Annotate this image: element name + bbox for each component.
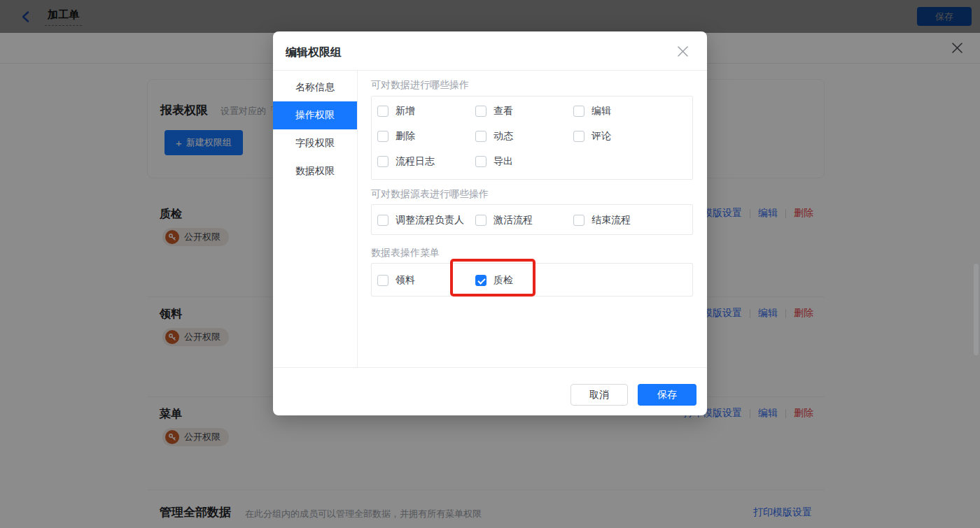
modal-sidebar-divider (357, 71, 358, 367)
tab-字段权限[interactable]: 字段权限 (273, 129, 357, 157)
checkbox-group-box: 领料质检 (371, 263, 693, 297)
cancel-button[interactable]: 取消 (570, 384, 628, 406)
checkbox-group-box: 新增查看编辑删除动态评论流程日志导出 (371, 96, 693, 180)
checkbox-label: 动态 (493, 130, 513, 143)
modal-body: 可对数据进行哪些操作新增查看编辑删除动态评论流程日志导出可对数据源表进行哪些操作… (371, 71, 693, 367)
checkbox-label: 评论 (592, 130, 611, 143)
modal-tab-list: 名称信息操作权限字段权限数据权限 (273, 73, 357, 185)
checkbox-label: 结束流程 (592, 214, 631, 227)
checkbox-item-激活流程[interactable]: 激活流程 (475, 214, 533, 227)
modal-title: 编辑权限组 (286, 45, 342, 60)
checkbox-item-动态[interactable]: 动态 (475, 130, 513, 143)
checkbox-group-box: 调整流程负责人激活流程结束流程 (371, 204, 693, 235)
checkbox-unchecked-icon[interactable] (475, 156, 486, 167)
checkbox-label: 删除 (396, 130, 415, 143)
checkbox-label: 调整流程负责人 (396, 214, 464, 227)
scrollbar-thumb[interactable] (974, 264, 979, 355)
save-button[interactable]: 保存 (638, 384, 696, 406)
checkbox-unchecked-icon[interactable] (377, 215, 388, 226)
section-title: 可对数据进行哪些操作 (371, 79, 469, 92)
checkbox-label: 编辑 (592, 105, 611, 117)
checkbox-item-导出[interactable]: 导出 (475, 155, 513, 168)
checkbox-unchecked-icon[interactable] (573, 215, 584, 226)
modal-footer: 取消 保存 (273, 368, 707, 415)
checkbox-unchecked-icon[interactable] (475, 131, 486, 142)
checkbox-unchecked-icon[interactable] (475, 106, 486, 117)
checkbox-checked-icon[interactable] (475, 275, 486, 286)
checkbox-unchecked-icon[interactable] (377, 275, 388, 286)
tab-操作权限[interactable]: 操作权限 (273, 101, 357, 129)
checkbox-item-领料[interactable]: 领料 (377, 274, 415, 287)
section-title: 数据表操作菜单 (371, 247, 440, 259)
checkbox-item-删除[interactable]: 删除 (377, 130, 415, 143)
edit-permission-group-modal: 编辑权限组 名称信息操作权限字段权限数据权限 可对数据进行哪些操作新增查看编辑删… (273, 31, 707, 415)
checkbox-unchecked-icon[interactable] (573, 106, 584, 117)
checkbox-label: 激活流程 (493, 214, 533, 227)
checkbox-label: 流程日志 (396, 155, 435, 168)
checkbox-item-结束流程[interactable]: 结束流程 (573, 214, 631, 227)
checkbox-item-评论[interactable]: 评论 (573, 130, 611, 143)
checkbox-unchecked-icon[interactable] (377, 156, 388, 167)
checkbox-item-调整流程负责人[interactable]: 调整流程负责人 (377, 214, 464, 227)
checkbox-unchecked-icon[interactable] (573, 131, 584, 142)
checkbox-item-流程日志[interactable]: 流程日志 (377, 155, 435, 168)
checkbox-item-编辑[interactable]: 编辑 (573, 105, 611, 117)
tab-数据权限[interactable]: 数据权限 (273, 157, 357, 185)
checkbox-label: 导出 (493, 155, 513, 168)
checkbox-unchecked-icon[interactable] (475, 215, 486, 226)
checkbox-label: 新增 (396, 105, 415, 117)
checkbox-label: 质检 (493, 274, 513, 287)
tab-名称信息[interactable]: 名称信息 (273, 73, 357, 101)
checkbox-unchecked-icon[interactable] (377, 131, 388, 142)
checkbox-unchecked-icon[interactable] (377, 106, 388, 117)
modal-close-icon[interactable] (677, 45, 689, 57)
checkbox-label: 领料 (396, 274, 415, 287)
checkbox-item-新增[interactable]: 新增 (377, 105, 415, 117)
section-title: 可对数据源表进行哪些操作 (371, 188, 489, 201)
checkbox-item-质检[interactable]: 质检 (475, 274, 513, 287)
checkbox-item-查看[interactable]: 查看 (475, 105, 513, 117)
checkbox-label: 查看 (493, 105, 513, 117)
